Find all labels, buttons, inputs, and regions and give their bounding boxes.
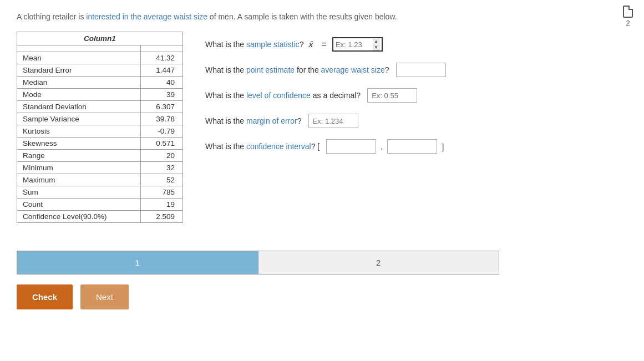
next-button[interactable]: Next bbox=[80, 284, 129, 309]
row-value-skewness: 0.571 bbox=[141, 138, 183, 150]
question-row-2: What is the point estimate for the avera… bbox=[205, 63, 627, 77]
page-number-indicator: 2 bbox=[623, 6, 633, 27]
question-row-1: What is the sample statistic? x̄ = ▲ ▼ bbox=[205, 37, 627, 52]
table-row: Median 40 bbox=[17, 77, 183, 89]
table-row: Mode 39 bbox=[17, 89, 183, 101]
spinner-up[interactable]: ▲ bbox=[373, 39, 379, 44]
row-value-variance: 39.78 bbox=[141, 113, 183, 125]
table-row: Skewness 0.571 bbox=[17, 138, 183, 150]
confidence-level-input[interactable] bbox=[367, 88, 417, 103]
row-label-confidence: Confidence Level(90.0%) bbox=[17, 211, 141, 223]
table-row: Range 20 bbox=[17, 150, 183, 162]
row-label-mode: Mode bbox=[17, 89, 141, 101]
question-row-5: What is the confidence interval? [ , ] bbox=[205, 139, 627, 154]
row-label-range: Range bbox=[17, 150, 141, 162]
row-label-variance: Sample Variance bbox=[17, 113, 141, 125]
intro-text: A clothing retailer is interested in the… bbox=[17, 11, 627, 23]
stats-table-container: Column1 Mean 41.32 Standard Error 1.447 bbox=[17, 32, 183, 223]
question-text-2: What is the point estimate for the avera… bbox=[205, 65, 389, 74]
row-label-mean: Mean bbox=[17, 52, 141, 64]
row-label-std-dev: Standard Deviation bbox=[17, 101, 141, 113]
row-label-skewness: Skewness bbox=[17, 138, 141, 150]
question-text-3: What is the level of confidence as a dec… bbox=[205, 91, 361, 100]
row-label-maximum: Maximum bbox=[17, 174, 141, 186]
row-label-std-error: Standard Error bbox=[17, 64, 141, 77]
confidence-interval-inputs: , ] bbox=[326, 139, 444, 154]
row-label-sum: Sum bbox=[17, 186, 141, 199]
row-value-std-dev: 6.307 bbox=[141, 101, 183, 113]
question-row-3: What is the level of confidence as a dec… bbox=[205, 88, 627, 103]
sample-statistic-input-container[interactable]: ▲ ▼ bbox=[332, 37, 383, 52]
page-container: 2 A clothing retailer is interested in t… bbox=[0, 0, 644, 321]
questions-area: What is the sample statistic? x̄ = ▲ ▼ W… bbox=[205, 32, 627, 165]
table-row: Standard Error 1.447 bbox=[17, 64, 183, 77]
closing-bracket: ] bbox=[442, 142, 444, 151]
table-row: Sum 785 bbox=[17, 186, 183, 199]
nav-bar: 1 2 bbox=[17, 251, 499, 274]
spinner-down[interactable]: ▼ bbox=[373, 45, 379, 50]
row-value-maximum: 52 bbox=[141, 174, 183, 186]
question-row-4: What is the margin of error? bbox=[205, 114, 627, 128]
nav-tab-1[interactable]: 1 bbox=[17, 251, 258, 274]
table-header: Column1 bbox=[17, 32, 183, 45]
row-value-range: 20 bbox=[141, 150, 183, 162]
nav-tab-2[interactable]: 2 bbox=[258, 251, 499, 274]
question-text-5: What is the confidence interval? [ bbox=[205, 142, 320, 151]
row-value-confidence: 2.509 bbox=[141, 211, 183, 223]
page-icon bbox=[623, 6, 633, 18]
margin-of-error-input[interactable] bbox=[308, 114, 358, 128]
row-value-count: 19 bbox=[141, 199, 183, 211]
equals-symbol: = bbox=[322, 39, 327, 49]
row-value-std-error: 1.447 bbox=[141, 64, 183, 77]
page-number-label: 2 bbox=[626, 19, 630, 27]
row-value-sum: 785 bbox=[141, 186, 183, 199]
row-value-median: 40 bbox=[141, 77, 183, 89]
row-value-mean: 41.32 bbox=[141, 52, 183, 64]
point-estimate-input[interactable] bbox=[396, 63, 446, 77]
comma-separator: , bbox=[381, 142, 383, 151]
table-row: Count 19 bbox=[17, 199, 183, 211]
stats-table: Column1 Mean 41.32 Standard Error 1.447 bbox=[17, 32, 183, 223]
row-value-minimum: 32 bbox=[141, 162, 183, 174]
row-value-kurtosis: -0.79 bbox=[141, 125, 183, 138]
table-row: Mean 41.32 bbox=[17, 52, 183, 64]
table-row: Sample Variance 39.78 bbox=[17, 113, 183, 125]
confidence-interval-lower[interactable] bbox=[326, 139, 376, 154]
question-text-4: What is the margin of error? bbox=[205, 116, 302, 125]
spinner[interactable]: ▲ ▼ bbox=[373, 39, 379, 50]
row-label-median: Median bbox=[17, 77, 141, 89]
table-row: Maximum 52 bbox=[17, 174, 183, 186]
table-empty-row bbox=[17, 45, 183, 52]
row-label-kurtosis: Kurtosis bbox=[17, 125, 141, 138]
row-label-minimum: Minimum bbox=[17, 162, 141, 174]
check-button[interactable]: Check bbox=[17, 284, 73, 309]
buttons-row: Check Next bbox=[17, 284, 627, 309]
content-area: Column1 Mean 41.32 Standard Error 1.447 bbox=[17, 32, 627, 223]
table-row: Minimum 32 bbox=[17, 162, 183, 174]
confidence-interval-upper[interactable] bbox=[387, 139, 437, 154]
table-row: Confidence Level(90.0%) 2.509 bbox=[17, 211, 183, 223]
sample-statistic-input[interactable] bbox=[336, 40, 372, 49]
table-row: Standard Deviation 6.307 bbox=[17, 101, 183, 113]
question-text-1: What is the sample statistic? x̄ bbox=[205, 40, 313, 49]
table-row: Kurtosis -0.79 bbox=[17, 125, 183, 138]
row-label-count: Count bbox=[17, 199, 141, 211]
row-value-mode: 39 bbox=[141, 89, 183, 101]
